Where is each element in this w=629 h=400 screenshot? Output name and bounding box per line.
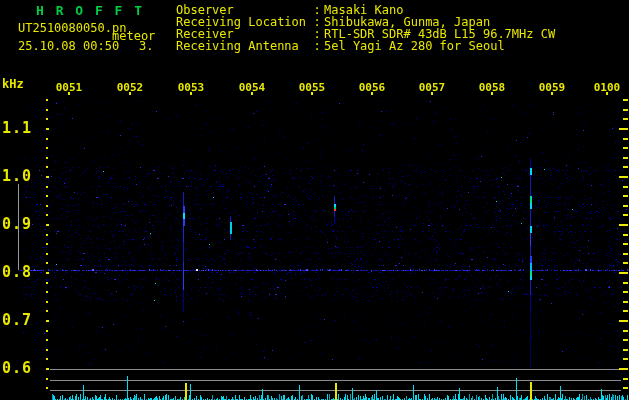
freq-unit-label: kHz [2,78,24,90]
header-info: Observer:Masaki KanoReceiving Location:S… [176,4,555,52]
time-axis-label: 0052 [117,82,144,93]
time-axis-label: 0055 [299,82,326,93]
freq-axis-label: 1.1 [2,121,32,136]
freq-axis-label: 0.8 [2,265,32,280]
freq-axis-label: 1.0 [2,169,32,184]
spectrogram-canvas [0,0,629,400]
time-axis-label: 0054 [239,82,266,93]
echo-count: 3. [139,40,153,52]
freq-axis-label: 0.7 [2,313,32,328]
info-label: Receiving Antenna [176,40,310,52]
time-axis-label: 0056 [359,82,386,93]
output-filename: UT2510080050.pn [18,22,126,34]
time-axis-label: 0053 [178,82,205,93]
time-axis-label: 0058 [479,82,506,93]
time-axis-label: 0100 [594,82,621,93]
time-axis-label: 0059 [539,82,566,93]
info-value: 5el Yagi Az 280 for Seoul [324,40,505,52]
time-axis-label: 0051 [56,82,83,93]
freq-axis-label: 0.6 [2,361,32,376]
observation-datetime: 25.10.08 00:50 [18,40,119,52]
hrofft-screen: H R O F F T UT2510080050.pn meteor 25.10… [0,0,629,400]
freq-axis-label: 0.9 [2,217,32,232]
time-axis-label: 0057 [419,82,446,93]
info-row: Receiving Antenna:5el Yagi Az 280 for Se… [176,40,555,52]
app-title: H R O F F T [36,4,144,17]
info-colon: : [310,40,324,52]
